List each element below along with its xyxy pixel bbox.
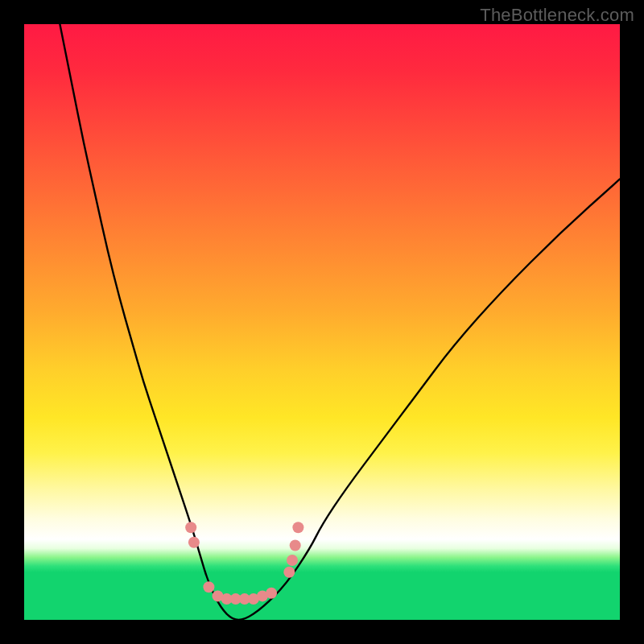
data-marker	[290, 540, 301, 551]
data-marker	[185, 522, 196, 533]
plot-area	[24, 24, 620, 620]
chart-svg	[24, 24, 620, 620]
data-marker	[283, 567, 295, 578]
data-marker	[287, 555, 298, 566]
data-marker	[292, 522, 303, 533]
data-marker	[203, 581, 214, 592]
v-curve	[60, 24, 620, 620]
chart-frame: TheBottleneck.com	[0, 0, 644, 644]
data-marker	[266, 588, 277, 599]
data-marker	[188, 537, 200, 548]
watermark-text: TheBottleneck.com	[480, 5, 634, 26]
